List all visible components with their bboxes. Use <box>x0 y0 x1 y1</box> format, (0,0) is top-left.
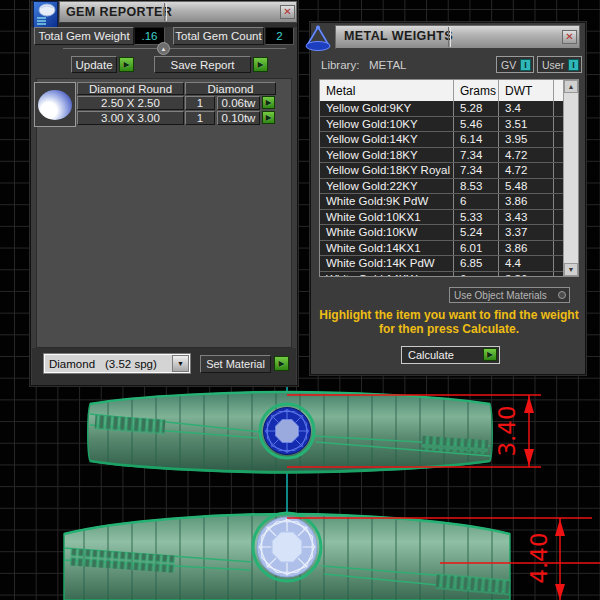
metal-row[interactable]: White Gold:14KX1 6.01 3.86 <box>320 241 563 257</box>
collapse-separator <box>63 48 286 49</box>
metal-close-button[interactable]: ✕ <box>562 30 577 44</box>
collapse-handle[interactable]: ▲ <box>157 42 170 55</box>
save-report-go-icon[interactable]: ▶ <box>253 57 268 72</box>
metal-row[interactable]: Yellow Gold:22KY 8.53 5.48 <box>320 179 563 195</box>
dimension-top-label: 3.40 <box>494 405 520 456</box>
metal-row[interactable]: White Gold:10KX1 5.33 3.43 <box>320 210 563 226</box>
metal-row[interactable]: Yellow Gold:9KY 5.28 3.4 <box>320 101 563 117</box>
set-material-button[interactable]: Set Material <box>200 355 271 373</box>
scrollbar-track[interactable] <box>564 93 578 263</box>
header-metal: Metal <box>320 80 454 101</box>
gem-row-size[interactable]: 3.00 X 3.00 <box>77 111 184 125</box>
top-gem[interactable] <box>260 404 314 458</box>
gem-row-count[interactable]: 1 <box>185 111 215 125</box>
metal-row-partial[interactable]: White Gold:14KW 6 3.86 <box>320 272 563 277</box>
metal-table-header: Metal Grams DWT <box>320 80 563 101</box>
metal-row[interactable]: Yellow Gold:18KY Royal 7.34 4.72 <box>320 163 563 179</box>
gv-toggle[interactable]: GV I <box>496 56 534 73</box>
set-material-go-icon[interactable]: ▶ <box>274 356 289 371</box>
gem-close-button[interactable]: ✕ <box>280 5 295 19</box>
user-label: User <box>542 59 564 71</box>
scroll-up-icon[interactable]: ▲ <box>564 80 578 93</box>
use-object-materials-button[interactable]: Use Object Materials <box>449 287 570 303</box>
header-grams: Grams <box>454 80 499 101</box>
dimension-bottom-label: 4.40 <box>526 532 552 583</box>
scroll-down-icon[interactable]: ▼ <box>564 263 578 276</box>
top-ring-band[interactable] <box>88 392 493 473</box>
metal-table: Metal Grams DWT Yellow Gold:9KY 5.28 3.4… <box>319 79 579 277</box>
library-value: METAL <box>369 59 407 71</box>
gem-row-weight[interactable]: 0.06tw <box>217 96 260 110</box>
gem-row-go-icon[interactable]: ▶ <box>262 96 275 109</box>
metal-row[interactable]: Yellow Gold:18KY 7.34 4.72 <box>320 148 563 164</box>
total-gem-count-label: Total Gem Count <box>173 27 264 45</box>
user-toggle[interactable]: User I <box>537 56 582 73</box>
metal-row[interactable]: White Gold:10KW 5.24 3.37 <box>320 225 563 241</box>
total-gem-weight-label: Total Gem Weight <box>34 27 134 45</box>
gv-indicator: I <box>520 59 531 71</box>
material-dropdown[interactable]: Diamond (3.52 spg) ▼ <box>43 353 191 374</box>
metal-weights-icon <box>302 24 334 54</box>
bottom-ring-band[interactable] <box>64 513 511 600</box>
update-go-icon[interactable]: ▶ <box>119 57 134 72</box>
library-label: Library: <box>321 59 359 71</box>
instruction-line-2: for then press Calculate. <box>311 323 587 336</box>
calculate-button[interactable]: Calculate ▶ <box>401 346 500 364</box>
titlebar-divider <box>448 27 451 47</box>
gem-row-go-icon[interactable]: ▶ <box>262 111 275 124</box>
dropdown-arrow-icon[interactable]: ▼ <box>172 355 189 372</box>
material-name: Diamond <box>49 358 95 370</box>
header-dwt: DWT <box>499 80 554 101</box>
metal-row[interactable]: Yellow Gold:14KY 6.14 3.95 <box>320 132 563 148</box>
radio-icon <box>558 291 566 299</box>
gem-row-size[interactable]: 2.50 X 2.50 <box>77 96 184 110</box>
gem-table-type-header: Diamond <box>185 82 276 95</box>
metal-row[interactable]: Yellow Gold:10KY 5.46 3.51 <box>320 117 563 133</box>
metal-row[interactable]: White Gold:9K PdW 6 3.86 <box>320 194 563 210</box>
gem-row-weight[interactable]: 0.10tw <box>217 111 260 125</box>
instruction-line-1: Highlight the item you want to find the … <box>311 309 587 322</box>
update-button[interactable]: Update <box>71 56 117 73</box>
table-scrollbar[interactable]: ▲ ▼ <box>563 80 578 276</box>
metal-weights-title: METAL WEIGHTS <box>344 29 453 43</box>
gem-reporter-title: GEM REPORTER <box>66 5 172 19</box>
user-indicator: I <box>568 59 579 71</box>
gem-reporter-window: GEM REPORTER ✕ Total Gem Weight .16 Tota… <box>30 0 298 386</box>
metal-row[interactable]: White Gold:14K PdW 6.85 4.4 <box>320 256 563 272</box>
save-report-button[interactable]: Save Report <box>154 56 251 73</box>
gem-stone-icon <box>34 82 76 127</box>
metal-weights-titlebar[interactable]: METAL WEIGHTS ✕ <box>335 25 580 49</box>
bottom-gem[interactable] <box>253 513 321 581</box>
gem-table-group-header: Diamond Round <box>77 82 184 95</box>
calculate-go-icon[interactable]: ▶ <box>483 348 497 361</box>
total-gem-count-value: 2 <box>265 27 294 45</box>
gem-reporter-titlebar[interactable]: GEM REPORTER ✕ <box>59 1 297 23</box>
metal-weights-window: METAL WEIGHTS ✕ Library: METAL GV I User… <box>310 22 586 375</box>
material-spg: (3.52 spg) <box>105 358 157 370</box>
gem-row-count[interactable]: 1 <box>185 96 215 110</box>
gem-reporter-icon <box>33 1 58 28</box>
gv-label: GV <box>501 59 516 71</box>
titlebar-divider <box>164 3 167 21</box>
